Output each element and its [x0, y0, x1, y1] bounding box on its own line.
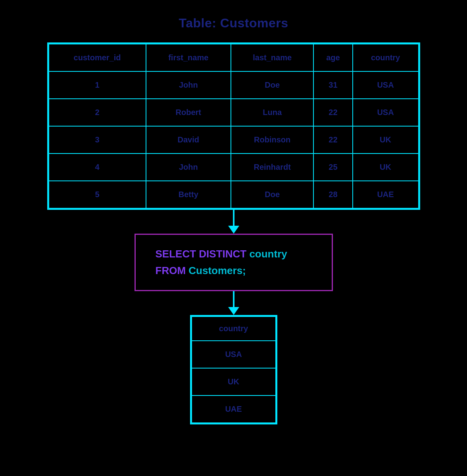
- table-cell: UK: [353, 126, 419, 154]
- table-cell: USA: [353, 71, 419, 99]
- table-cell: 4: [49, 154, 146, 181]
- result-table-wrapper: country USAUKUAE: [190, 315, 277, 424]
- table-cell: 22: [313, 99, 352, 126]
- page-title: Table: Customers: [179, 16, 288, 31]
- result-col-header-country: country: [192, 317, 276, 341]
- table-cell: David: [146, 126, 231, 154]
- result-table: country USAUKUAE: [191, 316, 276, 423]
- table-row: 5BettyDoe28UAE: [49, 181, 419, 208]
- result-header-row: country: [192, 317, 276, 341]
- table-cell: Doe: [231, 71, 313, 99]
- arrow-1-line: [233, 210, 234, 226]
- table-row: 4JohnReinhardt25UK: [49, 154, 419, 181]
- source-table-body: 1JohnDoe31USA2RobertLuna22USA3DavidRobin…: [49, 71, 419, 208]
- table-cell: UAE: [192, 395, 276, 423]
- table-cell: USA: [192, 341, 276, 368]
- table-cell: 25: [313, 154, 352, 181]
- table-cell: 31: [313, 71, 352, 99]
- sql-keyword-select: SELECT DISTINCT: [156, 248, 247, 260]
- sql-box: SELECT DISTINCT country FROM Customers;: [135, 234, 333, 291]
- col-header-first-name: first_name: [146, 44, 231, 71]
- table-cell: Reinhardt: [231, 154, 313, 181]
- arrow-1: [228, 210, 239, 234]
- arrow-2: [228, 291, 239, 315]
- table-cell: Doe: [231, 181, 313, 208]
- table-cell: UK: [353, 154, 419, 181]
- sql-plain-country: country: [246, 248, 287, 260]
- table-cell: 3: [49, 126, 146, 154]
- table-row: 1JohnDoe31USA: [49, 71, 419, 99]
- table-cell: John: [146, 154, 231, 181]
- sql-keyword-from: FROM: [156, 265, 186, 276]
- table-row: UK: [192, 368, 276, 395]
- source-table: customer_id first_name last_name age cou…: [48, 44, 419, 209]
- table-cell: 28: [313, 181, 352, 208]
- table-cell: John: [146, 71, 231, 99]
- arrow-2-head: [228, 307, 239, 315]
- arrow-2-line: [233, 291, 234, 307]
- col-header-last-name: last_name: [231, 44, 313, 71]
- main-container: Table: Customers customer_id first_name …: [15, 16, 452, 424]
- sql-plain-customers: Customers;: [186, 265, 246, 276]
- result-table-body: USAUKUAE: [192, 341, 276, 423]
- table-cell: 5: [49, 181, 146, 208]
- table-cell: Luna: [231, 99, 313, 126]
- table-cell: USA: [353, 99, 419, 126]
- table-cell: UAE: [353, 181, 419, 208]
- col-header-customer-id: customer_id: [49, 44, 146, 71]
- col-header-age: age: [313, 44, 352, 71]
- table-header-row: customer_id first_name last_name age cou…: [49, 44, 419, 71]
- table-cell: 2: [49, 99, 146, 126]
- table-row: 3DavidRobinson22UK: [49, 126, 419, 154]
- col-header-country: country: [353, 44, 419, 71]
- table-cell: Robinson: [231, 126, 313, 154]
- table-cell: Betty: [146, 181, 231, 208]
- table-cell: Robert: [146, 99, 231, 126]
- table-row: 2RobertLuna22USA: [49, 99, 419, 126]
- table-cell: 1: [49, 71, 146, 99]
- table-cell: 22: [313, 126, 352, 154]
- table-row: USA: [192, 341, 276, 368]
- arrow-1-head: [228, 226, 239, 234]
- source-table-wrapper: customer_id first_name last_name age cou…: [47, 42, 420, 210]
- sql-text: SELECT DISTINCT country FROM Customers;: [156, 246, 312, 279]
- table-cell: UK: [192, 368, 276, 395]
- table-row: UAE: [192, 395, 276, 423]
